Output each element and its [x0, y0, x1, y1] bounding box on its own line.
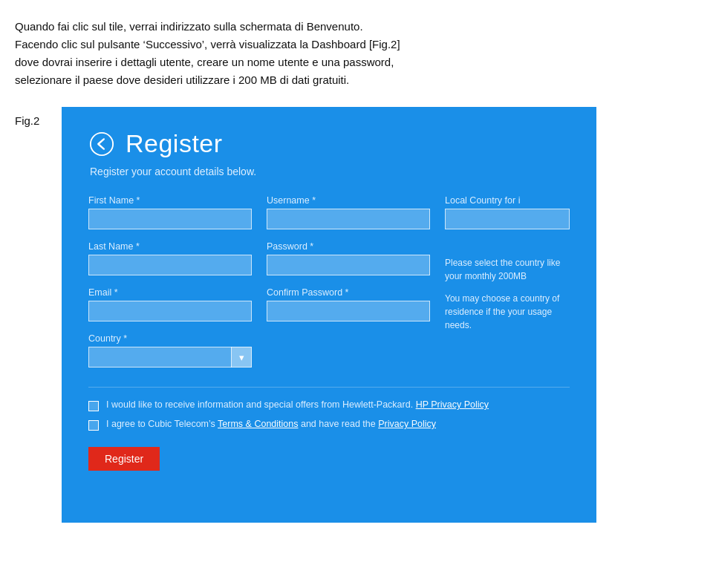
- last-name-group: Last Name *: [88, 241, 252, 275]
- confirm-password-input[interactable]: [267, 301, 430, 321]
- right-info-text: Please select the country like your mont…: [445, 256, 570, 332]
- confirm-password-label: Confirm Password *: [267, 287, 430, 298]
- hp-privacy-policy-link[interactable]: HP Privacy Policy: [416, 399, 489, 410]
- intro-text: Quando fai clic sul tile, verrai indiriz…: [15, 18, 639, 89]
- form-col-left: First Name * Last Name * Email * Country…: [88, 195, 252, 379]
- checkbox2-text: I agree to Cubic Telecom’s: [106, 419, 215, 429]
- checkbox2-mid: and have read the: [301, 419, 376, 429]
- form-col-mid: Username * Password * Confirm Password *: [267, 195, 430, 379]
- checkbox2-label: I agree to Cubic Telecom’s Terms & Condi…: [106, 419, 436, 429]
- last-name-label: Last Name *: [88, 241, 252, 252]
- checkbox-row-1: I would like to receive information and …: [88, 399, 570, 411]
- right-info-p2: You may choose a country of residence if…: [445, 292, 570, 332]
- intro-line1: Quando fai clic sul tile, verrai indiriz…: [15, 20, 363, 33]
- checkbox-hp-offers[interactable]: [88, 401, 99, 411]
- intro-line4: selezionare il paese dove desideri utili…: [15, 74, 349, 86]
- last-name-input[interactable]: [88, 255, 252, 275]
- first-name-group: First Name *: [88, 195, 252, 229]
- checkbox-terms[interactable]: [88, 420, 99, 431]
- local-country-input[interactable]: [445, 209, 570, 229]
- intro-line2: Facendo clic sul pulsante ‘Successivo’, …: [15, 38, 400, 50]
- country-group: Country * Italy United Kingdom Germany F…: [88, 333, 252, 368]
- confirm-password-group: Confirm Password *: [267, 287, 430, 321]
- form-columns: First Name * Last Name * Email * Country…: [88, 195, 570, 379]
- username-label: Username *: [267, 195, 430, 206]
- register-box: Register Register your account details b…: [62, 107, 596, 523]
- checkbox1-label: I would like to receive information and …: [106, 399, 489, 410]
- password-input[interactable]: [267, 255, 430, 275]
- first-name-label: First Name *: [88, 195, 252, 206]
- privacy-policy-link[interactable]: Privacy Policy: [378, 419, 436, 429]
- svg-point-0: [91, 132, 113, 154]
- username-input[interactable]: [267, 209, 430, 229]
- back-icon[interactable]: [88, 131, 115, 157]
- right-col-title: Local Country for i: [445, 195, 570, 206]
- intro-line3: dove dovrai inserire i dettagli utente, …: [15, 56, 394, 68]
- country-select-wrapper: Italy United Kingdom Germany France Spai…: [88, 347, 252, 368]
- checkbox1-text: I would like to receive information and …: [106, 399, 413, 410]
- divider-line: [88, 387, 570, 388]
- fig-label: Fig.2: [15, 107, 48, 523]
- register-title-row: Register: [88, 129, 570, 158]
- register-title: Register: [126, 129, 223, 158]
- register-box-wrapper: Fig.2 Register Register your account det…: [15, 107, 691, 523]
- right-col-title-group: Local Country for i: [445, 195, 570, 229]
- country-select[interactable]: Italy United Kingdom Germany France Spai…: [88, 347, 252, 368]
- password-group: Password *: [267, 241, 430, 275]
- password-label: Password *: [267, 241, 430, 252]
- email-label: Email *: [88, 287, 252, 298]
- first-name-input[interactable]: [88, 209, 252, 229]
- email-input[interactable]: [88, 301, 252, 321]
- page-content: Quando fai clic sul tile, verrai indiriz…: [0, 0, 713, 538]
- username-group: Username *: [267, 195, 430, 229]
- country-label: Country *: [88, 333, 252, 344]
- register-button[interactable]: Register: [88, 447, 160, 471]
- email-group: Email *: [88, 287, 252, 321]
- register-subtitle: Register your account details below.: [90, 166, 570, 177]
- terms-conditions-link[interactable]: Terms & Conditions: [218, 419, 298, 429]
- checkbox-row-2: I agree to Cubic Telecom’s Terms & Condi…: [88, 419, 570, 431]
- right-info-p1: Please select the country like your mont…: [445, 256, 570, 283]
- form-col-right: Local Country for i Please select the co…: [445, 195, 570, 379]
